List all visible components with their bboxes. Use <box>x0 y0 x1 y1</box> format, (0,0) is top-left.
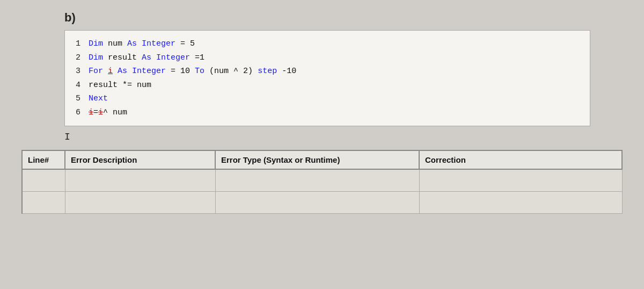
table-row-2 <box>23 192 623 214</box>
code-line-3: 3 For i As Integer = 10 To (num ^ 2) ste… <box>76 64 579 78</box>
row1-error-desc[interactable] <box>65 170 216 191</box>
code-box: 1 Dim num As Integer = 5 2 Dim result As… <box>64 30 590 126</box>
code-line-4: 4 result *= num <box>76 78 579 92</box>
code-text-5: Next <box>89 92 108 106</box>
row2-error-type[interactable] <box>216 192 420 213</box>
col-header-error-type: Error Type (Syntax or Runtime) <box>216 151 420 169</box>
table-row-1 <box>23 170 623 192</box>
line-num-3: 3 <box>76 64 85 78</box>
code-line-6: 6 i=i^ num <box>76 106 579 120</box>
row1-error-type[interactable] <box>216 170 420 191</box>
code-text-3: For i As Integer = 10 To (num ^ 2) step … <box>89 64 296 78</box>
row2-error-desc[interactable] <box>65 192 216 213</box>
code-text-2: Dim result As Integer =1 <box>89 51 204 65</box>
col-header-line: Line# <box>23 151 65 169</box>
line-num-2: 2 <box>76 51 85 65</box>
line-num-4: 4 <box>76 78 85 92</box>
line-num-1: 1 <box>76 37 85 51</box>
code-text-4: result *= num <box>89 78 151 92</box>
col-header-error-desc: Error Description <box>65 151 216 169</box>
error-table: Line# Error Description Error Type (Synt… <box>21 150 623 214</box>
line-num-6: 6 <box>76 106 85 120</box>
code-text-1: Dim num As Integer = 5 <box>89 37 195 51</box>
row2-line <box>23 192 65 213</box>
row1-correction[interactable] <box>420 170 623 191</box>
table-header-row: Line# Error Description Error Type (Synt… <box>23 151 623 170</box>
section-label: b) <box>64 11 623 25</box>
page-container: b) 1 Dim num As Integer = 5 2 Dim result… <box>0 0 644 289</box>
code-line-2: 2 Dim result As Integer =1 <box>76 51 579 65</box>
cursor-indicator: I <box>64 132 623 142</box>
cursor-symbol: I <box>64 132 70 142</box>
code-text-6: i=i^ num <box>89 106 127 120</box>
code-line-1: 1 Dim num As Integer = 5 <box>76 37 579 51</box>
row2-correction[interactable] <box>420 192 623 213</box>
line-num-5: 5 <box>76 92 85 106</box>
col-header-correction: Correction <box>420 151 623 169</box>
row1-line <box>23 170 65 191</box>
code-line-5: 5 Next <box>76 92 579 106</box>
